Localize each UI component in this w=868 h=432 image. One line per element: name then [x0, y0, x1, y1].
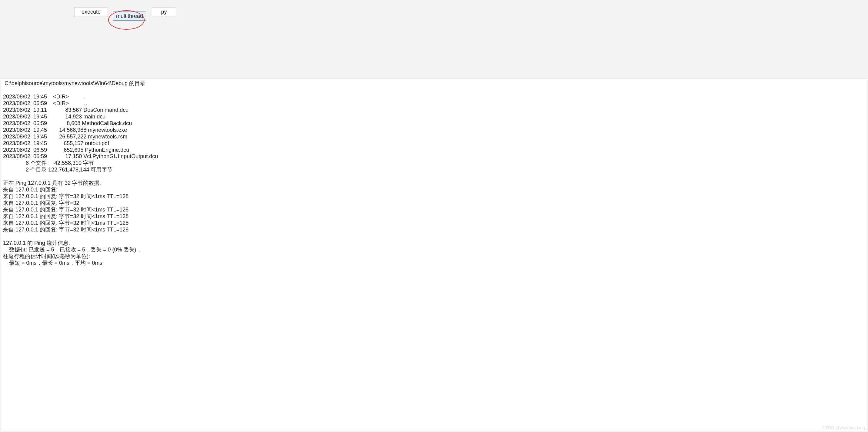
- py-button[interactable]: py: [152, 7, 176, 16]
- output-panel[interactable]: C:\delphisource\mytools\mynewtools\Win64…: [1, 78, 867, 431]
- top-panel: execute multithread py: [0, 0, 868, 78]
- execute-button[interactable]: execute: [74, 7, 108, 16]
- output-text: C:\delphisource\mytools\mynewtools\Win64…: [3, 80, 865, 267]
- multithread-button[interactable]: multithread: [113, 11, 146, 21]
- watermark-text: CSDN @winfredzhang: [822, 425, 865, 430]
